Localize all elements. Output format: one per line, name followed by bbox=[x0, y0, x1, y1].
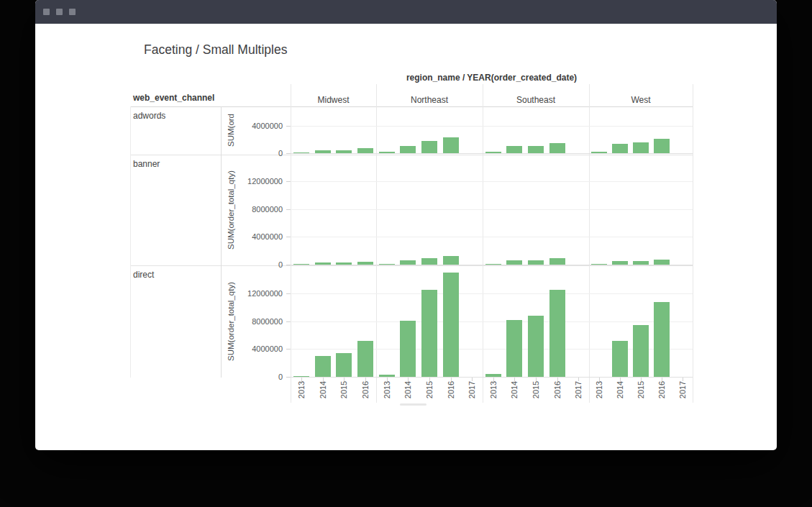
facet-border bbox=[693, 84, 693, 403]
x-tick-label: 2017 bbox=[467, 381, 476, 398]
y-gridline bbox=[291, 126, 693, 127]
window-dot-icon[interactable] bbox=[56, 9, 63, 15]
x-tick-label: 2015 bbox=[339, 381, 348, 398]
bar-direct-Southeast-2013[interactable] bbox=[485, 374, 501, 377]
y-tick-mark bbox=[286, 181, 291, 182]
facet-border bbox=[589, 84, 590, 403]
bar-banner-West-2013[interactable] bbox=[591, 264, 607, 265]
x-tick-label: 2013 bbox=[489, 381, 498, 398]
bar-banner-Southeast-2015[interactable] bbox=[528, 260, 544, 265]
x-axis-line bbox=[291, 265, 693, 265]
facet-column-label: Northeast bbox=[376, 95, 483, 105]
bar-adwords-West-2013[interactable] bbox=[591, 152, 607, 153]
bar-direct-Northeast-2016[interactable] bbox=[443, 273, 459, 377]
row-separator bbox=[130, 155, 693, 155]
bar-adwords-Southeast-2014[interactable] bbox=[506, 146, 522, 153]
y-gridline bbox=[291, 209, 693, 210]
y-tick-mark bbox=[286, 237, 291, 237]
x-tick-label: 2017 bbox=[678, 381, 687, 398]
x-tick-label: 2015 bbox=[532, 381, 540, 398]
bar-adwords-West-2014[interactable] bbox=[612, 144, 628, 153]
x-tick-label: 2013 bbox=[595, 381, 603, 398]
bar-adwords-Northeast-2016[interactable] bbox=[443, 137, 459, 153]
bar-adwords-Midwest-2013[interactable] bbox=[293, 152, 309, 153]
facet-row-label: adwords bbox=[133, 111, 165, 121]
bar-direct-West-2014[interactable] bbox=[612, 341, 628, 377]
bar-direct-Midwest-2013[interactable] bbox=[293, 376, 309, 377]
bar-adwords-Midwest-2014[interactable] bbox=[315, 150, 331, 153]
x-tick-label: 2013 bbox=[383, 381, 391, 398]
page-title: Faceting / Small Multiples bbox=[144, 42, 287, 58]
window-dot-icon[interactable] bbox=[69, 9, 76, 15]
x-tick-label: 2016 bbox=[447, 381, 455, 398]
x-tick-label: 2014 bbox=[403, 381, 412, 398]
bar-banner-Midwest-2013[interactable] bbox=[293, 264, 309, 265]
x-tick-label: 2014 bbox=[319, 381, 327, 398]
facet-row-group-title: web_event_channel bbox=[133, 93, 214, 103]
y-gridline bbox=[291, 293, 693, 294]
x-tick-label: 2016 bbox=[361, 381, 370, 398]
label-column-left-border bbox=[130, 106, 131, 378]
window-titlebar bbox=[35, 0, 777, 24]
bar-banner-Northeast-2015[interactable] bbox=[421, 258, 437, 265]
facet-row-label: direct bbox=[133, 270, 154, 280]
bar-direct-Northeast-2014[interactable] bbox=[400, 321, 416, 377]
x-tick-label: 2014 bbox=[510, 381, 519, 398]
bar-adwords-West-2015[interactable] bbox=[633, 142, 649, 153]
bar-adwords-Northeast-2014[interactable] bbox=[400, 146, 416, 153]
x-tick-label: 2015 bbox=[637, 381, 645, 398]
bar-banner-Northeast-2013[interactable] bbox=[379, 264, 395, 265]
bar-direct-Southeast-2016[interactable] bbox=[549, 290, 565, 377]
y-tick-label: 4000000 bbox=[232, 232, 283, 241]
bar-adwords-West-2016[interactable] bbox=[654, 139, 670, 153]
bar-banner-Southeast-2016[interactable] bbox=[549, 258, 565, 265]
bar-adwords-Southeast-2013[interactable] bbox=[485, 152, 501, 153]
bar-banner-West-2016[interactable] bbox=[654, 260, 670, 265]
facet-column-label: West bbox=[589, 95, 693, 105]
x-tick-label: 2015 bbox=[425, 381, 434, 398]
bar-banner-Southeast-2014[interactable] bbox=[506, 260, 522, 265]
bar-banner-West-2014[interactable] bbox=[612, 261, 628, 265]
y-tick-mark bbox=[286, 349, 291, 350]
bar-direct-Midwest-2015[interactable] bbox=[336, 353, 352, 377]
bar-banner-West-2015[interactable] bbox=[633, 261, 649, 265]
bar-banner-Midwest-2015[interactable] bbox=[336, 262, 352, 265]
bar-adwords-Northeast-2013[interactable] bbox=[379, 152, 395, 153]
bar-direct-Midwest-2016[interactable] bbox=[357, 341, 373, 377]
y-tick-label: 12000000 bbox=[232, 177, 283, 186]
window-dot-icon[interactable] bbox=[43, 9, 50, 15]
bar-banner-Midwest-2014[interactable] bbox=[315, 262, 331, 265]
facet-row-label: banner bbox=[133, 159, 160, 169]
facet-column-group-title: region_name / YEAR(order_created_date) bbox=[291, 73, 693, 83]
bar-direct-West-2015[interactable] bbox=[633, 325, 649, 377]
y-tick-label: 8000000 bbox=[232, 205, 283, 214]
x-tick-label: 2014 bbox=[616, 381, 624, 398]
y-tick-label: 4000000 bbox=[232, 344, 283, 353]
x-tick-label: 2017 bbox=[574, 381, 583, 398]
y-tick-label: 8000000 bbox=[232, 317, 283, 326]
facet-border bbox=[483, 84, 483, 403]
x-axis-line bbox=[291, 153, 693, 154]
x-tick-label: 2016 bbox=[657, 381, 666, 398]
y-tick-mark bbox=[286, 126, 291, 127]
bar-banner-Northeast-2014[interactable] bbox=[400, 260, 416, 265]
chart-header-underline bbox=[130, 106, 693, 107]
bar-direct-Southeast-2014[interactable] bbox=[506, 320, 522, 377]
horizontal-scrollbar-thumb[interactable] bbox=[400, 403, 426, 406]
y-tick-mark bbox=[286, 321, 291, 322]
y-tick-mark bbox=[286, 293, 291, 294]
bar-banner-Northeast-2016[interactable] bbox=[443, 256, 459, 265]
bar-adwords-Midwest-2016[interactable] bbox=[357, 148, 373, 153]
bar-adwords-Midwest-2015[interactable] bbox=[336, 150, 352, 153]
bar-adwords-Northeast-2015[interactable] bbox=[421, 141, 437, 153]
bar-banner-Midwest-2016[interactable] bbox=[357, 262, 373, 265]
bar-adwords-Southeast-2015[interactable] bbox=[528, 146, 544, 153]
bar-direct-Northeast-2015[interactable] bbox=[421, 290, 437, 377]
bar-direct-Southeast-2015[interactable] bbox=[528, 316, 544, 377]
bar-direct-Midwest-2014[interactable] bbox=[315, 356, 331, 377]
bar-direct-Northeast-2013[interactable] bbox=[379, 375, 395, 377]
bar-banner-Southeast-2013[interactable] bbox=[485, 264, 501, 265]
y-tick-label: 0 bbox=[232, 260, 283, 269]
bar-adwords-Southeast-2016[interactable] bbox=[549, 143, 565, 153]
bar-direct-West-2016[interactable] bbox=[654, 302, 670, 377]
